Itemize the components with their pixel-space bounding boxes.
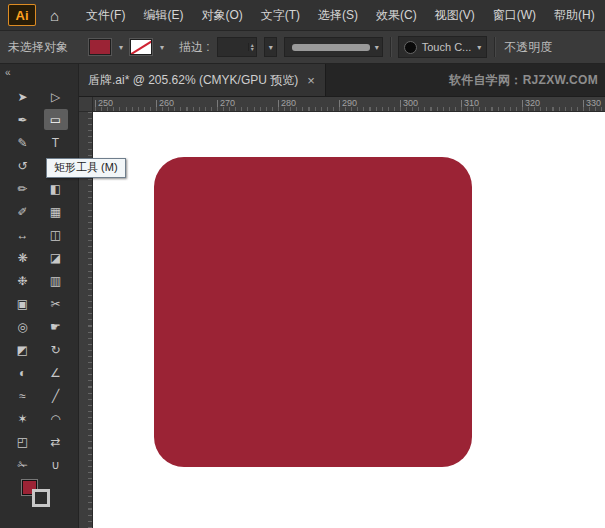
- opacity-label: 不透明度: [504, 39, 552, 56]
- ruler-label: 320: [525, 98, 540, 108]
- eyedropper-tool[interactable]: ✐: [11, 201, 35, 222]
- rotate-tool[interactable]: ↺: [11, 155, 35, 176]
- lasso-tool[interactable]: ◠: [44, 408, 68, 429]
- mesh-tool[interactable]: ▦: [44, 201, 68, 222]
- rotate-view-tool[interactable]: ↻: [44, 339, 68, 360]
- ruler-row: 250 260 270 280 290 300 310 320 330: [79, 97, 605, 112]
- ruler-label: 290: [342, 98, 357, 108]
- reflect-tool[interactable]: ⇄: [44, 431, 68, 452]
- free-transform-tool[interactable]: ◩: [11, 339, 35, 360]
- tool-tooltip: 矩形工具 (M): [46, 158, 126, 178]
- menu-view[interactable]: 视图(V): [426, 0, 484, 30]
- stroke-weight-label: 描边 :: [179, 39, 210, 56]
- stroke-weight-caret-icon[interactable]: ▾: [269, 43, 273, 52]
- type-tool[interactable]: T: [44, 132, 68, 153]
- brush-swatch-icon: [404, 41, 417, 54]
- fill-stroke-proxy: [0, 478, 78, 508]
- width-profile-caret-icon[interactable]: ▾: [375, 43, 379, 52]
- main-area: « ➤ ▷ ✒ ▭ ✎ T ↺ ✦ ✏ ◧ ✐ ▦ ↔ ◫ ❋ ◪ ❉ ▥ ▣: [0, 64, 605, 528]
- stroke-proxy-swatch[interactable]: [32, 489, 50, 507]
- paintbrush-tool[interactable]: ✎: [11, 132, 35, 153]
- tools-grid: ➤ ▷ ✒ ▭ ✎ T ↺ ✦ ✏ ◧ ✐ ▦ ↔ ◫ ❋ ◪ ❉ ▥ ▣ ✂: [0, 86, 78, 475]
- shape-builder-tool[interactable]: ◫: [44, 224, 68, 245]
- menu-type[interactable]: 文字(T): [252, 0, 309, 30]
- document-area: 盾牌.ai* @ 205.62% (CMYK/GPU 预览) × 软件自学网：R…: [79, 64, 605, 528]
- brush-definition-label: Touch C...: [422, 41, 472, 53]
- document-tab-title: 盾牌.ai* @ 205.62% (CMYK/GPU 预览): [88, 72, 298, 89]
- artboard-tool[interactable]: ▣: [11, 293, 35, 314]
- selection-tool[interactable]: ➤: [11, 86, 35, 107]
- ruler-label: 280: [281, 98, 296, 108]
- menu-bar: Ai ⌂ 文件(F) 编辑(E) 对象(O) 文字(T) 选择(S) 效果(C)…: [0, 0, 605, 31]
- eraser-tool[interactable]: ◪: [44, 247, 68, 268]
- menu-file[interactable]: 文件(F): [77, 0, 134, 30]
- brush-caret-icon[interactable]: ▾: [477, 43, 481, 52]
- watermark-text: 软件自学网：RJZXW.COM: [449, 64, 605, 96]
- menu-window[interactable]: 窗口(W): [484, 0, 545, 30]
- menu-effect[interactable]: 效果(C): [367, 0, 426, 30]
- stroke-weight-dropdown[interactable]: ▾: [264, 37, 277, 57]
- stroke-weight-stepper[interactable]: ▴ ▾: [248, 43, 256, 51]
- fill-caret-icon[interactable]: ▾: [119, 43, 123, 52]
- ruler-label: 250: [98, 98, 113, 108]
- symbol-sprayer-tool[interactable]: ❉: [11, 270, 35, 291]
- ruler-label: 270: [220, 98, 235, 108]
- close-tab-icon[interactable]: ×: [307, 74, 315, 87]
- stroke-weight-value[interactable]: [218, 38, 248, 56]
- menu-help[interactable]: 帮助(H): [545, 0, 604, 30]
- fill-color-swatch[interactable]: [89, 39, 111, 55]
- document-tab-bar: 盾牌.ai* @ 205.62% (CMYK/GPU 预览) × 软件自学网：R…: [79, 64, 605, 97]
- blend-tool[interactable]: ◐: [11, 362, 35, 383]
- scissors-tool[interactable]: ✁: [11, 454, 35, 475]
- zoom-tool[interactable]: ◎: [11, 316, 35, 337]
- illustrator-window: Ai ⌂ 文件(F) 编辑(E) 对象(O) 文字(T) 选择(S) 效果(C)…: [0, 0, 605, 528]
- join-tool[interactable]: ∪: [44, 454, 68, 475]
- horizontal-ruler: 250 260 270 280 290 300 310 320 330: [93, 97, 605, 112]
- rounded-rectangle-shape[interactable]: [154, 157, 472, 467]
- magic-wand-tool[interactable]: ✶: [11, 408, 35, 429]
- direct-selection-tool[interactable]: ▷: [44, 86, 68, 107]
- width-profile-preview: [292, 44, 370, 51]
- hand-tool[interactable]: ☛: [44, 316, 68, 337]
- separator: [390, 37, 391, 57]
- ruler-label: 260: [159, 98, 174, 108]
- slice-tool[interactable]: ✂: [44, 293, 68, 314]
- home-icon[interactable]: ⌂: [50, 8, 59, 23]
- selection-status: 未选择对象: [8, 39, 68, 56]
- brush-definition-dropdown[interactable]: Touch C... ▾: [398, 36, 488, 58]
- stroke-caret-icon[interactable]: ▾: [160, 43, 164, 52]
- pencil-tool[interactable]: ✏: [11, 178, 35, 199]
- ruler-corner: [79, 97, 93, 112]
- blob-brush-tool[interactable]: ❋: [11, 247, 35, 268]
- stroke-weight-input[interactable]: ▴ ▾: [217, 37, 257, 57]
- measure-tool[interactable]: ∠: [44, 362, 68, 383]
- rectangle-tool[interactable]: ▭: [44, 109, 68, 130]
- menu-select[interactable]: 选择(S): [309, 0, 367, 30]
- menu-list: 文件(F) 编辑(E) 对象(O) 文字(T) 选择(S) 效果(C) 视图(V…: [77, 0, 604, 30]
- width-tool[interactable]: ↔: [11, 224, 35, 245]
- separator: [494, 37, 495, 57]
- tools-collapse-button[interactable]: «: [0, 64, 78, 84]
- document-tab[interactable]: 盾牌.ai* @ 205.62% (CMYK/GPU 预览) ×: [79, 64, 326, 96]
- curvature-tool[interactable]: ≈: [11, 385, 35, 406]
- tools-panel: « ➤ ▷ ✒ ▭ ✎ T ↺ ✦ ✏ ◧ ✐ ▦ ↔ ◫ ❋ ◪ ❉ ▥ ▣: [0, 64, 79, 528]
- app-logo: Ai: [8, 4, 36, 26]
- knife-tool[interactable]: ╱: [44, 385, 68, 406]
- menu-edit[interactable]: 编辑(E): [134, 0, 192, 30]
- ruler-label: 330: [586, 98, 601, 108]
- scale-tool[interactable]: ◰: [11, 431, 35, 452]
- control-bar: 未选择对象 ▾ ▾ 描边 : ▴ ▾ ▾ ▾ Touch C... ▾ 不透明度: [0, 31, 605, 64]
- ruler-label: 300: [403, 98, 418, 108]
- column-graph-tool[interactable]: ▥: [44, 270, 68, 291]
- ruler-label: 310: [464, 98, 479, 108]
- canvas-row: [79, 112, 605, 528]
- artboard-canvas[interactable]: [93, 112, 605, 528]
- stroke-color-swatch[interactable]: [130, 39, 152, 55]
- menu-object[interactable]: 对象(O): [192, 0, 251, 30]
- gradient-tool[interactable]: ◧: [44, 178, 68, 199]
- width-profile-dropdown[interactable]: ▾: [284, 37, 383, 57]
- stepper-down-icon[interactable]: ▾: [251, 47, 254, 51]
- pen-tool[interactable]: ✒: [11, 109, 35, 130]
